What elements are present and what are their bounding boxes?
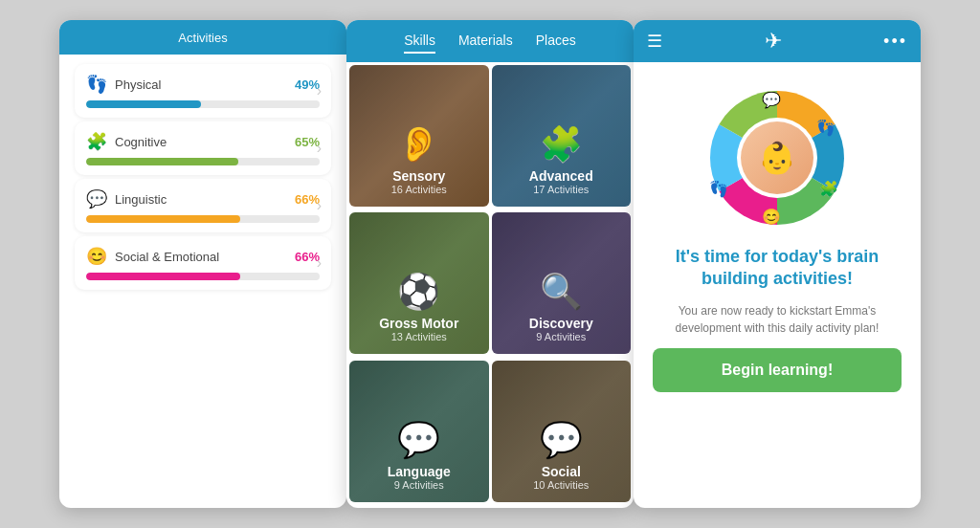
language-icon: 💬 (397, 420, 440, 460)
skill-item-physical[interactable]: 👣 Physical 49% › (75, 64, 331, 118)
cognitive-progress-fill (86, 158, 238, 165)
social-activity-title: Social (542, 464, 581, 479)
cognitive-chevron: › (317, 140, 322, 157)
advanced-icon: 🧩 (540, 124, 583, 165)
linguistic-name: Linguistic (115, 192, 167, 207)
language-count: 9 Activities (394, 479, 444, 491)
physical-progress-bg (86, 100, 320, 108)
linguistic-progress-bg (86, 215, 320, 223)
activity-card-sensory[interactable]: 👂 Sensory 16 Activities (349, 65, 489, 207)
screen3-header: ☰ ✈ ••• (634, 20, 921, 62)
baby-photo-container: 👶 (739, 120, 815, 196)
advanced-title: Advanced (529, 168, 593, 184)
advanced-count: 17 Activities (533, 184, 589, 195)
skill-item-linguistic[interactable]: 💬 Linguistic 66% › (75, 179, 331, 232)
physical-icon: 👣 (86, 74, 107, 95)
screen1-header: Activities (59, 20, 346, 55)
social-activity-icon: 💬 (540, 420, 583, 460)
begin-learning-button[interactable]: Begin learning! (653, 348, 902, 392)
brain-building-subtitle: You are now ready to kickstart Emma's de… (653, 302, 902, 337)
more-options-icon[interactable]: ••• (883, 32, 907, 52)
language-title: Language (388, 464, 451, 479)
social-name: Social & Emotional (115, 250, 219, 264)
tab-materials[interactable]: Materials (458, 29, 513, 54)
social-progress-fill (86, 273, 240, 280)
brain-building-title: It's time for today's brain building act… (653, 246, 902, 291)
tab-skills[interactable]: Skills (404, 29, 435, 54)
hamburger-icon[interactable]: ☰ (647, 31, 662, 52)
donut-chart: 💬 👣 🧩 😊 👣 👶 (701, 81, 854, 234)
social-emotional-chevron: › (317, 254, 322, 272)
grossmotor-count: 13 Activities (391, 331, 447, 342)
cognitive-progress-bg (86, 158, 320, 165)
cognitive-icon: 🧩 (86, 131, 107, 152)
screen2-header: Skills Materials Places (346, 20, 634, 62)
activity-card-social[interactable]: 💬 Social 10 Activities (492, 361, 632, 502)
screen-skills-progress: Activities 👣 Physical 49% › (59, 20, 346, 508)
screen-brain-building: ☰ ✈ ••• (634, 20, 921, 508)
skill-item-cognitive[interactable]: 🧩 Cognitive 65% › (75, 121, 331, 175)
grossmotor-title: Gross Motor (379, 316, 458, 331)
sensory-icon: 👂 (397, 124, 440, 165)
discovery-count: 9 Activities (536, 331, 586, 342)
screens-container: Activities 👣 Physical 49% › (0, 0, 980, 528)
sensory-count: 16 Activities (391, 184, 447, 195)
skill-list: 👣 Physical 49% › 🧩 Cognitive 65% (59, 55, 346, 508)
activity-card-advanced[interactable]: 🧩 Advanced 17 Activities (492, 65, 632, 207)
discovery-icon: 🔍 (540, 272, 583, 312)
linguistic-chevron: › (317, 197, 322, 214)
discovery-title: Discovery (529, 316, 593, 331)
linguistic-icon: 💬 (86, 188, 107, 209)
social-progress-bg (86, 273, 320, 280)
baby-avatar: 👶 (741, 121, 813, 194)
activity-card-discovery[interactable]: 🔍 Discovery 9 Activities (492, 212, 632, 354)
tab-places[interactable]: Places (536, 29, 576, 54)
activity-card-grossmotor[interactable]: ⚽ Gross Motor 13 Activities (349, 212, 489, 354)
linguistic-progress-fill (86, 215, 240, 223)
physical-name: Physical (115, 77, 161, 92)
screen1-title: Activities (178, 31, 227, 45)
physical-chevron: › (317, 82, 322, 99)
skill-item-social[interactable]: 😊 Social & Emotional 66% › (75, 236, 331, 290)
screen-activities-grid: Skills Materials Places 👂 Sensory 16 Act… (346, 20, 634, 508)
cognitive-name: Cognitive (115, 135, 167, 149)
activity-card-language[interactable]: 💬 Language 9 Activities (349, 361, 489, 502)
physical-progress-fill (86, 100, 201, 108)
send-icon[interactable]: ✈ (765, 29, 782, 54)
social-activity-count: 10 Activities (533, 479, 589, 491)
social-icon: 😊 (86, 246, 107, 267)
grossmotor-icon: ⚽ (397, 272, 440, 312)
sensory-title: Sensory (392, 168, 445, 184)
screen3-content: 💬 👣 🧩 😊 👣 👶 It's time for today's brain … (634, 62, 921, 508)
activities-grid: 👂 Sensory 16 Activities 🧩 Advanced 17 Ac… (346, 62, 634, 508)
